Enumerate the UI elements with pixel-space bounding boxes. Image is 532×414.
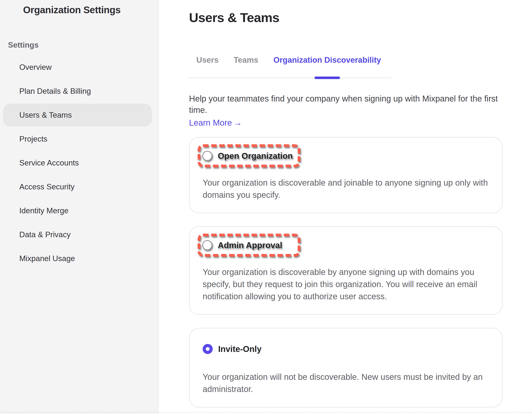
option-title: Open Organization: [218, 151, 293, 161]
open-organization-radio[interactable]: [202, 151, 212, 161]
option-card-open-organization: Open Organization Your organization is d…: [189, 137, 503, 213]
sidebar-title: Organization Settings: [23, 4, 158, 16]
learn-more-link[interactable]: Learn More→: [189, 118, 242, 128]
intro-text: Help your teammates find your company wh…: [189, 93, 504, 116]
invite-only-radio[interactable]: [203, 344, 213, 354]
tab-teams[interactable]: Teams: [234, 56, 258, 78]
annotation-highlight-box: Admin Approval: [198, 234, 300, 257]
sidebar-item-service-accounts[interactable]: Service Accounts: [0, 151, 158, 175]
option-card-admin-approval: Admin Approval Your organization is disc…: [189, 226, 503, 315]
sidebar-item-plan-details-billing[interactable]: Plan Details & Billing: [0, 79, 158, 103]
organization-settings-page: Organization Settings Settings Overview …: [0, 0, 532, 414]
sidebar-item-access-security[interactable]: Access Security: [0, 175, 158, 199]
option-row: Admin Approval: [202, 240, 282, 250]
option-title: Admin Approval: [218, 241, 282, 250]
page-bottom-divider: [0, 412, 532, 413]
arrow-right-icon: →: [234, 118, 242, 127]
annotation-highlight-box: Open Organization: [198, 144, 300, 167]
sidebar-item-overview[interactable]: Overview: [0, 55, 158, 79]
page-title: Users & Teams: [189, 10, 504, 25]
active-tab-indicator: [314, 76, 340, 79]
sidebar-item-users-teams[interactable]: Users & Teams: [0, 103, 158, 127]
tab-users[interactable]: Users: [196, 56, 218, 78]
option-description: Your organization is discoverable and jo…: [203, 177, 489, 201]
sidebar-nav: Overview Plan Details & Billing Users & …: [0, 55, 158, 271]
option-title: Invite-Only: [218, 344, 262, 354]
admin-approval-radio[interactable]: [202, 240, 212, 250]
sidebar-item-identity-merge[interactable]: Identity Merge: [0, 199, 158, 223]
option-description: Your organization will not be discoverab…: [203, 371, 489, 395]
sidebar-item-projects[interactable]: Projects: [0, 127, 158, 151]
option-description: Your organization is discoverable by any…: [203, 266, 489, 302]
sidebar-item-mixpanel-usage[interactable]: Mixpanel Usage: [0, 247, 158, 271]
tab-bar: Users Teams Organization Discoverability: [189, 56, 391, 78]
main-content: Users & Teams Users Teams Organization D…: [159, 0, 532, 414]
option-row: Invite-Only: [203, 341, 489, 357]
option-row: Open Organization: [202, 151, 293, 161]
discoverability-options: Open Organization Your organization is d…: [189, 137, 504, 407]
sidebar-section-label: Settings: [8, 41, 158, 49]
option-card-invite-only: Invite-Only Your organization will not b…: [189, 328, 503, 407]
tab-organization-discoverability[interactable]: Organization Discoverability: [273, 56, 381, 78]
sidebar: Organization Settings Settings Overview …: [0, 0, 159, 414]
sidebar-item-data-privacy[interactable]: Data & Privacy: [0, 223, 158, 247]
